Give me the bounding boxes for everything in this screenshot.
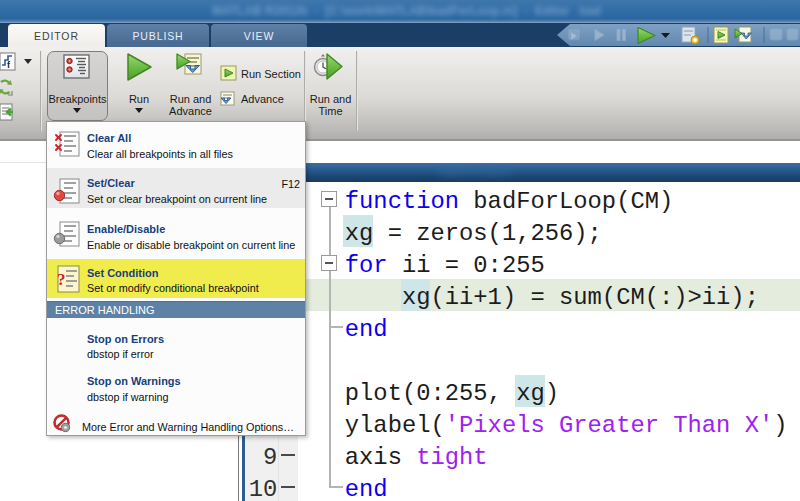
svg-text:?: ? [57, 270, 66, 289]
